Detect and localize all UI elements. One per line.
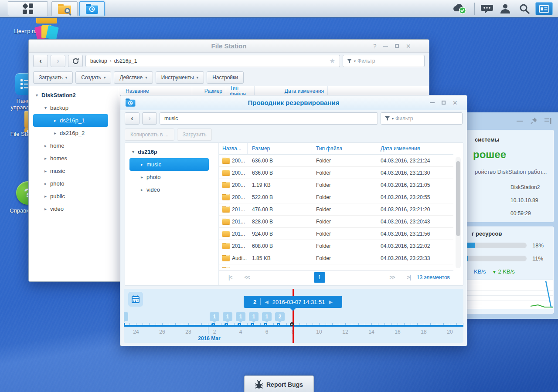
user-icon[interactable] [500,3,511,14]
forward-button[interactable]: › [51,55,65,67]
minimize-button[interactable] [430,102,435,103]
chat-icon[interactable] [480,4,493,14]
chevron-right-icon[interactable]: ▸ [43,143,48,148]
table-row-partial[interactable] [219,264,453,268]
maximize-button[interactable] [442,101,446,105]
timeline-marker[interactable] [277,323,280,326]
main-menu-button[interactable] [8,1,48,16]
back-button[interactable]: ‹ [125,112,140,125]
filter-input[interactable] [357,58,421,64]
backup-explorer-titlebar[interactable]: Проводник резервирования × [120,95,467,110]
chevron-right-icon[interactable]: ▸ [139,175,145,179]
tree-item-home[interactable]: ▸home [29,139,118,152]
table-row[interactable]: 201...828.00 BFolder04.03.2016, 23:20:43 [219,216,453,228]
chevron-right-icon[interactable]: ▸ [52,131,58,135]
chevron-right-icon[interactable]: ▸ [43,194,48,199]
column-header[interactable]: Размер [248,143,312,154]
cloud-sync-icon[interactable] [452,3,467,14]
column-header[interactable]: Размер [192,86,226,96]
timeline-badge-partial[interactable] [124,312,128,321]
tree-item-photo[interactable]: ▸photo [29,177,118,190]
table-row[interactable]: 201...924.00 BFolder04.03.2016, 23:21:56 [219,228,453,240]
search-icon[interactable] [519,3,530,14]
current-page[interactable]: 1 [314,272,325,283]
загрузить-button[interactable]: Загрузить▾ [33,71,73,84]
tree-item-video[interactable]: ▸video [29,203,118,215]
chevron-right-icon[interactable]: ▸ [139,162,145,167]
desktop-icon-package-center[interactable]: Центр пакетов [12,25,54,34]
last-page-button[interactable]: >| [407,274,410,280]
breadcrumb[interactable]: backup › ds216p_1 ★ [85,55,340,67]
prev-page-button[interactable]: << [244,274,249,280]
tree-item-ds216p_2[interactable]: ▸ds216p_2 [29,127,118,139]
filter-caret-icon[interactable]: ▾ [392,117,394,121]
table-row[interactable]: 200...522.00 BFolder04.03.2016, 23:20:55 [219,191,453,203]
tree-item-backup[interactable]: ▾backup [29,101,118,114]
column-header[interactable]: Название [118,86,192,96]
help-button[interactable]: ? [373,43,377,49]
favorite-star-icon[interactable]: ★ [330,57,335,65]
tree-item-ds216p_1[interactable]: ▸ds216p_1 [33,114,108,127]
calendar-button[interactable] [128,292,143,307]
chevron-down-icon[interactable]: ▾ [43,105,48,110]
timeline-badge[interactable]: 1 [236,312,245,321]
timeline-marker[interactable] [211,323,215,326]
timeline-marker[interactable] [225,323,228,326]
tree-item-music[interactable]: ▸music [129,158,209,171]
scrollbar-track[interactable] [456,157,461,268]
back-button[interactable]: ‹ [33,55,48,67]
tree-item-public[interactable]: ▸public [29,190,118,203]
timeline-marker[interactable] [238,323,241,326]
table-row[interactable]: 201...476.00 BFolder04.03.2016, 23:21:20 [219,203,453,216]
current-version-marker[interactable] [290,322,294,326]
path-input[interactable] [164,115,373,122]
tree-item-music[interactable]: ▸music [29,165,118,177]
table-row[interactable]: Audi...1.85 KBFolder04.03.2016, 23:23:33 [219,252,453,264]
refresh-button[interactable] [68,55,83,67]
chevron-right-icon[interactable]: ▸ [43,206,48,211]
report-bugs-button[interactable]: Report Bugs [244,375,314,392]
taskbar-hyper-backup-button[interactable] [79,1,105,16]
chevron-down-icon[interactable]: ▾ [130,149,136,154]
column-header[interactable]: Назва... [219,143,248,154]
column-header[interactable]: Тип файла [226,86,255,96]
timeline-badge[interactable]: 2 [275,312,285,321]
minimize-button[interactable] [383,46,388,47]
panel-minimize-icon[interactable] [517,121,523,122]
table-row[interactable]: 200...636.00 BFolder04.03.2016, 23:21:30 [219,167,453,179]
prev-version-icon[interactable]: ◀ [265,299,268,305]
chevron-right-icon[interactable]: ▸ [52,118,58,123]
timeline-badge[interactable]: 1 [210,312,219,321]
next-version-icon[interactable]: ▶ [329,299,332,305]
chevron-right-icon[interactable]: ▸ [43,169,48,173]
создать-button[interactable]: Создать▾ [75,71,111,84]
column-header[interactable]: Тип файла [312,143,376,154]
tree-item-photo[interactable]: ▸photo [125,171,218,183]
widgets-button[interactable] [535,2,553,15]
close-button[interactable]: × [453,99,457,107]
действие-button[interactable]: Действие▾ [114,71,153,84]
table-row[interactable]: 200...636.00 BFolder04.03.2016, 23:21:24 [219,155,453,167]
breadcrumb-segment[interactable]: backup [90,58,107,64]
file-station-titlebar[interactable]: File Station ? × [29,40,429,53]
timeline-marker[interactable] [264,323,267,326]
timeline-marker[interactable] [251,323,254,326]
tree-item-ds216p[interactable]: ▾ds216p [125,145,218,158]
action-button[interactable]: Загрузить [177,128,212,141]
column-header[interactable]: Дата изменения [376,143,453,154]
taskbar-file-station-button[interactable] [51,1,78,16]
column-header[interactable]: Дата изменения [255,86,328,96]
инструменты-button[interactable]: Инструменты▾ [156,71,204,84]
next-page-button[interactable]: >> [389,274,395,280]
pin-icon[interactable] [531,117,538,126]
breadcrumb-segment[interactable]: ds216p_1 [114,58,137,64]
scrollbar-thumb[interactable] [456,161,460,236]
action-button[interactable]: Копировать в ... [125,128,174,141]
chevron-right-icon[interactable]: ▸ [43,156,48,161]
timeline-badge[interactable]: 1 [249,312,259,321]
panel-toggle-icon[interactable] [544,118,551,125]
tree-item-homes[interactable]: ▸homes [29,152,118,165]
filter-caret-icon[interactable]: ▾ [354,59,356,63]
tree-item-DiskStation2[interactable]: ▾DiskStation2 [29,89,118,101]
chevron-right-icon[interactable]: ▸ [139,187,145,192]
